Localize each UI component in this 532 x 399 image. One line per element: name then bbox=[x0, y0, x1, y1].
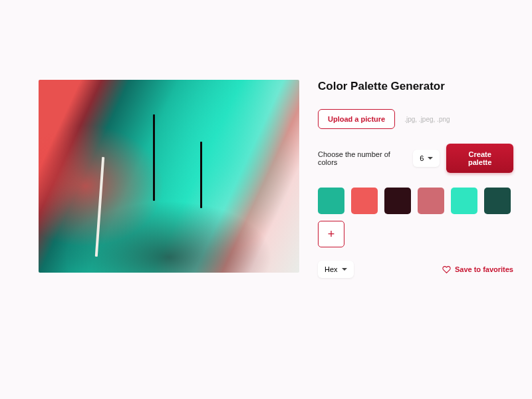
heart-icon bbox=[442, 265, 451, 274]
swatch-4[interactable] bbox=[418, 188, 444, 214]
color-format-value: Hex bbox=[325, 265, 338, 273]
swatch-6[interactable] bbox=[484, 188, 511, 214]
color-count-label: Choose the number of colors bbox=[318, 150, 406, 166]
app-root: Color Palette Generator Upload a picture… bbox=[0, 0, 532, 278]
chevron-down-icon bbox=[342, 268, 347, 271]
color-format-select[interactable]: Hex bbox=[318, 261, 354, 278]
upload-button[interactable]: Upload a picture bbox=[318, 109, 395, 129]
file-types-hint: .jpg, .jpeg, .png bbox=[404, 116, 450, 123]
color-count-row: Choose the number of colors 6 Create pal… bbox=[318, 144, 513, 173]
swatch-1[interactable] bbox=[318, 188, 344, 214]
image-preview bbox=[39, 80, 299, 273]
controls-panel: Color Palette Generator Upload a picture… bbox=[318, 80, 513, 278]
bottom-row: Hex Save to favorites bbox=[318, 261, 513, 278]
swatch-5[interactable] bbox=[451, 188, 477, 214]
color-count-select[interactable]: 6 bbox=[413, 150, 440, 167]
palette-swatches: + bbox=[318, 188, 513, 247]
upload-row: Upload a picture .jpg, .jpeg, .png bbox=[318, 109, 513, 129]
swatch-2[interactable] bbox=[351, 188, 378, 214]
page-title: Color Palette Generator bbox=[318, 80, 513, 93]
swatch-3[interactable] bbox=[384, 188, 411, 214]
plus-icon: + bbox=[328, 227, 335, 241]
save-to-favorites-label: Save to favorites bbox=[455, 265, 513, 273]
add-swatch-button[interactable]: + bbox=[318, 221, 344, 247]
color-count-value: 6 bbox=[420, 154, 424, 162]
create-palette-button[interactable]: Create palette bbox=[446, 144, 513, 173]
chevron-down-icon bbox=[428, 157, 433, 160]
save-to-favorites-button[interactable]: Save to favorites bbox=[442, 265, 513, 274]
